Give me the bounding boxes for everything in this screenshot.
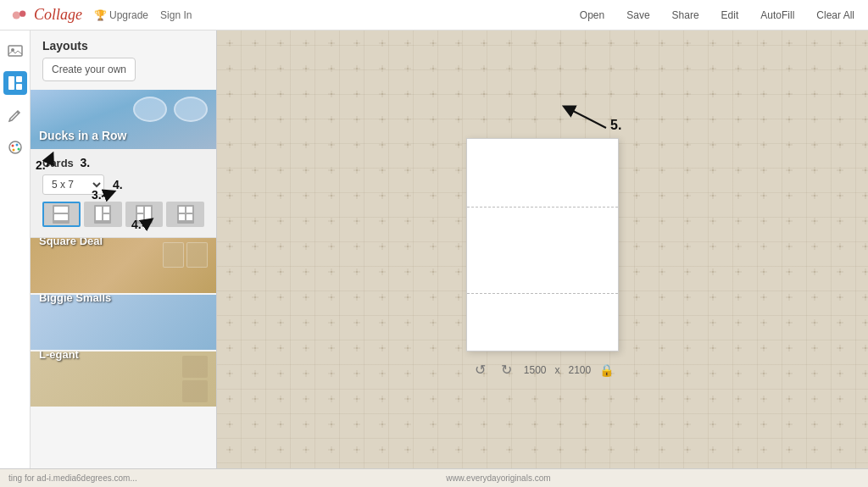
svg-rect-2 [8, 46, 22, 56]
svg-rect-16 [96, 207, 102, 220]
palette-tool[interactable] [3, 136, 27, 159]
svg-rect-27 [186, 214, 192, 220]
svg-text:5.: 5. [610, 118, 621, 132]
upgrade-link[interactable]: 🏆 Upgrade [94, 9, 148, 21]
autofill-button[interactable]: AutoFill [757, 8, 798, 23]
square-deal-label: Square Deal [39, 238, 103, 247]
svg-rect-5 [16, 76, 22, 82]
cards-section: Cards 3. 4 x 6 5 x 7 8 x 10 Square 4. [31, 149, 216, 238]
nav-left: Collage 🏆 Upgrade Sign In [10, 6, 192, 25]
collage-cell-top[interactable] [467, 139, 618, 208]
canvas-separator: x [555, 364, 560, 376]
layout-thumb-3[interactable] [125, 202, 164, 227]
status-center: www.everydayoriginals.com [446, 473, 550, 483]
layout-item-l-egant[interactable]: L-egant [31, 351, 216, 407]
svg-point-9 [15, 144, 18, 147]
l-egant-label: L-egant [39, 351, 79, 361]
layout-thumb-4-icon [175, 203, 197, 225]
layouts-icon [8, 75, 23, 91]
svg-rect-26 [179, 214, 185, 220]
svg-rect-6 [16, 84, 22, 90]
layout-grid [42, 202, 204, 227]
svg-point-0 [13, 11, 20, 19]
svg-rect-18 [103, 214, 109, 220]
share-button[interactable]: Share [669, 8, 703, 23]
layout-thumb-2[interactable] [84, 202, 122, 227]
svg-point-1 [19, 10, 25, 16]
collage-canvas [466, 138, 619, 351]
canvas-height: 2100 [569, 364, 592, 376]
layouts-panel: Layouts Create your own Ducks in a Row C… [31, 30, 217, 487]
cards-label: Cards 3. [42, 156, 204, 169]
collage-cell-mid[interactable] [467, 208, 618, 294]
top-nav: Collage 🏆 Upgrade Sign In Open Save Shar… [0, 0, 868, 30]
logo: Collage [10, 6, 82, 25]
logo-icon [10, 6, 29, 25]
photos-icon [8, 43, 23, 58]
canvas-bottom: ↺ ↻ 1500 x 2100 🔒 [471, 360, 614, 379]
layout-item-ducks[interactable]: Ducks in a Row [31, 90, 216, 149]
layout-item-biggie-smalls[interactable]: Biggie Smalls [31, 295, 216, 350]
canvas-area: 5. ↺ ↻ 1500 x 2100 🔒 [217, 30, 868, 487]
tool-sidebar [0, 30, 31, 487]
svg-rect-17 [103, 207, 109, 213]
canvas-width: 1500 [524, 364, 547, 376]
ducks-label: Ducks in a Row [39, 129, 126, 142]
nav-right: Open Save Share Edit AutoFill Clear All [576, 8, 858, 23]
svg-rect-13 [54, 207, 68, 213]
lock-icon[interactable]: 🔒 [599, 363, 614, 377]
edit-tool[interactable] [3, 103, 27, 127]
svg-point-7 [9, 141, 21, 153]
edit-button[interactable]: Edit [718, 8, 743, 23]
svg-point-10 [17, 148, 19, 151]
svg-rect-4 [8, 76, 14, 90]
status-left: ting for ad-i.media6degrees.com... [8, 473, 137, 483]
size-dropdown: 4 x 6 5 x 7 8 x 10 Square 4. [42, 174, 204, 195]
svg-rect-21 [145, 207, 151, 220]
logo-text: Collage [34, 6, 82, 24]
layout-thumb-3-icon [133, 203, 155, 225]
svg-rect-20 [137, 207, 143, 213]
collage-cell-bot[interactable] [467, 294, 618, 351]
create-own-button[interactable]: Create your own [42, 58, 136, 81]
layout-thumb-1-icon [50, 203, 72, 225]
layout-item-square-deal[interactable]: Square Deal [31, 238, 216, 293]
redo-button[interactable]: ↻ [498, 360, 515, 379]
photos-tool[interactable] [3, 39, 27, 63]
layout-thumb-1[interactable] [42, 202, 81, 227]
size-select[interactable]: 4 x 6 5 x 7 8 x 10 Square [42, 174, 104, 195]
main-layout: Layouts Create your own Ducks in a Row C… [0, 30, 868, 487]
svg-rect-25 [186, 207, 192, 213]
svg-rect-24 [179, 207, 185, 213]
layout-thumb-2-icon [92, 203, 114, 225]
edit-icon [8, 108, 23, 123]
open-button[interactable]: Open [576, 8, 608, 23]
canvas-wrapper: 5. [466, 138, 619, 351]
layouts-header: Layouts [31, 30, 216, 58]
undo-button[interactable]: ↺ [471, 360, 489, 379]
clear-all-button[interactable]: Clear All [813, 8, 858, 23]
svg-point-11 [12, 149, 14, 152]
status-bar: ting for ad-i.media6degrees.com... www.e… [0, 468, 868, 487]
layouts-tool[interactable] [3, 71, 27, 95]
biggie-smalls-label: Biggie Smalls [39, 295, 111, 304]
layouts-scroll[interactable]: Create your own Ducks in a Row Cards 3. … [31, 58, 216, 487]
svg-point-8 [11, 145, 14, 147]
save-button[interactable]: Save [623, 8, 653, 23]
palette-icon [8, 140, 23, 155]
svg-rect-22 [137, 214, 143, 220]
layout-thumb-4[interactable] [166, 202, 204, 227]
signin-link[interactable]: Sign In [160, 9, 192, 21]
svg-rect-14 [54, 214, 68, 220]
